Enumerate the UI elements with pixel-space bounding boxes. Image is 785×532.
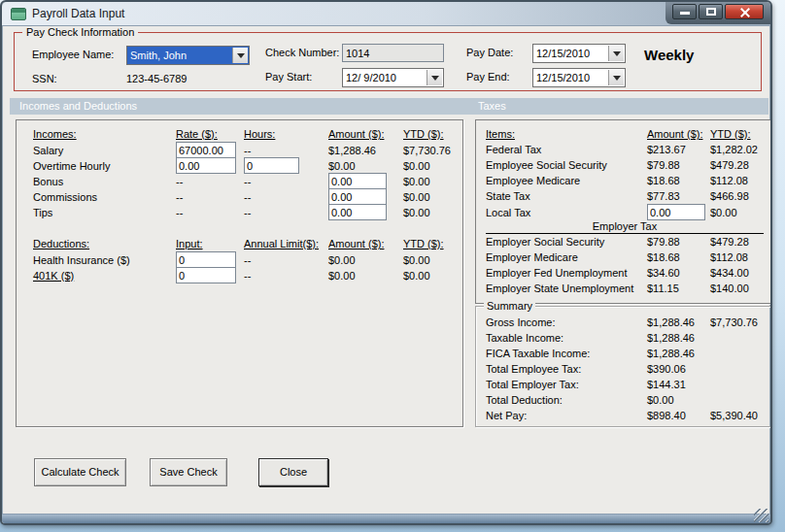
salary-rate-input[interactable] (176, 142, 236, 158)
tax-label: Employer Fed Unemployment (486, 267, 647, 279)
summary-row-employee-tax: Total Employee Tax: $390.06 (486, 361, 771, 377)
maximize-icon (706, 8, 716, 16)
tax-ytd: $1,282.02 (710, 144, 771, 155)
ssn-value: 123-45-6789 (126, 73, 187, 84)
pay-end-picker[interactable]: 12/15/2010 (532, 68, 626, 87)
overtime-rate-input[interactable] (176, 157, 236, 174)
incomes-deductions-header: Incomes and Deductions (19, 100, 137, 112)
tax-amount: $79.88 (647, 159, 710, 171)
paycheck-group-label: Pay Check Information (22, 26, 138, 38)
employee-name-value: Smith, John (130, 50, 187, 61)
income-ytd: $0.00 (403, 160, 462, 172)
bonus-amount-input[interactable] (328, 173, 387, 189)
check-number-input[interactable] (342, 44, 444, 62)
tax-row-employer-fed-unemployment: Employer Fed Unemployment $34.60 $434.00 (486, 265, 771, 281)
title-bar[interactable]: Payroll Data Input (2, 2, 770, 26)
tax-ytd: $434.00 (710, 267, 771, 279)
income-ytd: $0.00 (403, 207, 462, 218)
tax-ytd: $466.98 (710, 190, 771, 202)
income-hours: -- (244, 207, 328, 218)
income-label: Overtime Hourly (33, 160, 176, 172)
tax-row-employee-medicare: Employee Medicare $18.68 $112.08 (486, 173, 771, 188)
income-ytd: $0.00 (403, 191, 462, 203)
summary-label-text: Net Pay: (486, 410, 647, 421)
pay-end-label: Pay End: (466, 71, 510, 83)
pay-start-dropdown-button[interactable] (427, 70, 442, 85)
input-col-header: Input: (176, 238, 244, 249)
close-button[interactable] (725, 4, 764, 19)
pay-date-picker[interactable]: 12/15/2010 (532, 44, 626, 63)
ytd-col-header: YTD ($): (403, 238, 462, 249)
deduction-label: Health Insurance ($) (33, 254, 176, 266)
minimize-icon (680, 12, 690, 15)
income-row-tips: Tips -- -- $0.00 (33, 204, 462, 219)
chevron-down-icon (613, 76, 621, 81)
amount-col-header: Amount ($): (647, 128, 710, 140)
summary-row-employer-tax: Total Employer Tax: $144.31 (486, 377, 771, 392)
401k-input[interactable] (176, 267, 236, 283)
income-label: Commissions (33, 191, 176, 203)
tax-ytd: $479.28 (710, 159, 771, 171)
income-ytd: $0.00 (403, 176, 462, 187)
employee-combo-dropdown-button[interactable] (232, 48, 248, 63)
tax-row-employer-state-unemployment: Employer State Unemployment $11.15 $140.… (486, 281, 771, 296)
summary-row-net-pay: Net Pay: $898.40 $5,390.40 (486, 408, 771, 423)
local-tax-input[interactable] (647, 204, 705, 220)
deductions-header-row: Deductions: Input: Annual Limit($): Amou… (33, 236, 462, 251)
income-amount: $1,288.46 (328, 145, 403, 156)
items-col-header: Items: (486, 128, 647, 140)
summary-label-text: FICA Taxable Income: (486, 348, 647, 359)
summary-row-fica: FICA Taxable Income: $1,288.46 (486, 346, 771, 361)
tax-row-employer-medicare: Employer Medicare $18.68 $112.08 (486, 249, 771, 265)
summary-ytd: $7,730.76 (710, 316, 771, 328)
summary-amount: $144.31 (647, 379, 710, 390)
income-ytd: $7,730.76 (403, 145, 462, 156)
tax-row-federal: Federal Tax $213.67 $1,282.02 (486, 142, 771, 157)
summary-amount: $0.00 (647, 394, 710, 406)
summary-label-text: Taxable Income: (486, 332, 647, 344)
deduction-annual-limit: -- (244, 270, 328, 282)
tax-amount: $11.15 (647, 283, 710, 294)
maximize-button[interactable] (699, 4, 723, 19)
window-controls (666, 2, 770, 24)
tax-label: Employee Medicare (486, 175, 647, 186)
employer-tax-section-header: Employer Tax (486, 219, 764, 234)
pay-date-dropdown-button[interactable] (608, 46, 624, 61)
pay-start-picker[interactable]: 12/ 9/2010 (342, 68, 444, 87)
tax-ytd: $0.00 (710, 207, 771, 218)
save-check-button[interactable]: Save Check (150, 458, 227, 486)
desktop-background: Payroll Data Input Pay Check Information… (0, 0, 785, 532)
health-insurance-input[interactable] (176, 251, 236, 268)
ytd-col-header: YTD ($): (710, 128, 771, 140)
annual-limit-col-header: Annual Limit($): (244, 238, 328, 249)
resize-grip[interactable] (754, 509, 768, 522)
income-row-bonus: Bonus -- -- $0.00 (33, 173, 462, 188)
overtime-hours-input[interactable] (244, 157, 299, 174)
employee-name-label: Employee Name: (32, 49, 114, 60)
incomes-deductions-panel: Incomes: Rate ($): Hours: Amount ($): YT… (16, 119, 463, 427)
chevron-down-icon (613, 51, 621, 56)
employee-name-combo[interactable]: Smith, John (126, 46, 250, 65)
chevron-down-icon (431, 76, 439, 81)
summary-row-gross: Gross Income: $1,288.46 $7,730.76 (486, 315, 771, 330)
pay-end-dropdown-button[interactable] (608, 70, 624, 85)
commissions-amount-input[interactable] (328, 188, 387, 205)
ytd-col-header: YTD ($): (403, 128, 462, 140)
tax-amount: $77.83 (647, 190, 710, 202)
tips-amount-input[interactable] (328, 204, 387, 220)
tax-amount: $18.68 (647, 175, 710, 186)
deduction-401k-link[interactable]: 401K ($) (33, 270, 176, 282)
tax-label: Federal Tax (486, 144, 647, 155)
minimize-button[interactable] (672, 4, 697, 19)
calculate-check-button[interactable]: Calculate Check (34, 458, 126, 486)
summary-label-text: Total Employer Tax: (486, 379, 647, 390)
tax-label: Employee Social Security (486, 159, 647, 171)
summary-amount: $1,288.46 (647, 348, 710, 359)
summary-row-taxable: Taxable Income: $1,288.46 (486, 330, 771, 346)
section-header-bar: Incomes and Deductions Taxes (10, 98, 768, 115)
deduction-annual-limit: -- (244, 254, 328, 266)
deduction-ytd: $0.00 (403, 270, 462, 282)
tax-label: Employer State Unemployment (486, 283, 647, 294)
close-dialog-button[interactable]: Close (258, 458, 328, 486)
tax-ytd: $140.00 (710, 283, 771, 294)
